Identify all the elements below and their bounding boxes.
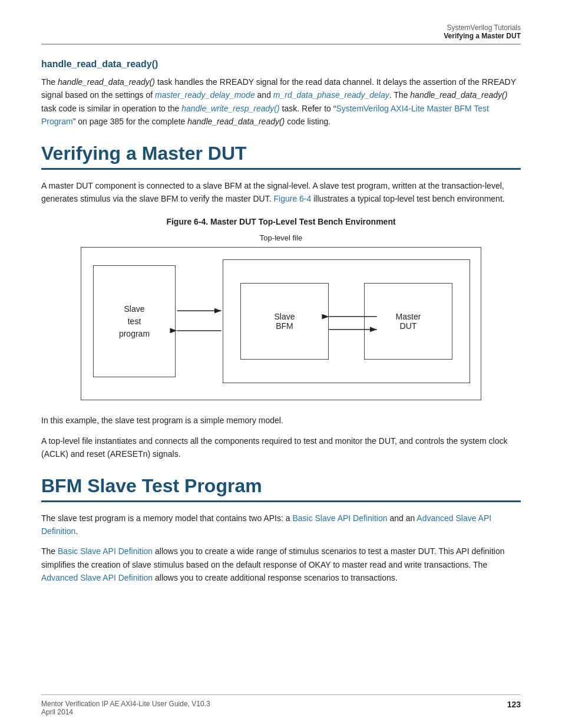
- link-m-rd[interactable]: m_rd_data_phase_ready_delay: [273, 90, 389, 100]
- slave-test-label: Slavetestprogram: [119, 303, 150, 340]
- section2-para1: A master DUT component is connected to a…: [41, 179, 521, 206]
- link-write-resp[interactable]: handle_write_resp_ready(): [181, 104, 280, 113]
- link-basic-slave-2[interactable]: Basic Slave API Definition: [58, 546, 153, 556]
- footer-line1: Mentor Verification IP AE AXI4-Lite User…: [41, 700, 210, 708]
- section2-para3: A top-level file instantiates and connec…: [41, 434, 521, 461]
- func-name-2: handle_read_data_ready(): [410, 90, 507, 100]
- link-figure-6-4[interactable]: Figure 6-4: [273, 194, 311, 203]
- section3: BFM Slave Test Program The slave test pr…: [41, 475, 521, 585]
- section2-heading: Verifying a Master DUT: [41, 143, 521, 170]
- header-line1: SystemVerilog Tutorials: [447, 24, 521, 32]
- link-basic-slave-1[interactable]: Basic Slave API Definition: [292, 513, 387, 523]
- section3-heading: BFM Slave Test Program: [41, 475, 521, 502]
- master-dut-label: MasterDUT: [396, 312, 421, 331]
- footer-page-number: 123: [507, 700, 521, 716]
- diagram: Slavetestprogram SlaveBFM MasterDUT: [81, 247, 481, 400]
- footer-left: Mentor Verification IP AE AXI4-Lite User…: [41, 700, 210, 716]
- header-line2: Verifying a Master DUT: [444, 32, 521, 40]
- header-bar: SystemVerilog Tutorials Verifying a Mast…: [41, 24, 521, 45]
- slave-bfm-box: SlaveBFM: [240, 283, 329, 360]
- figure-caption: Figure 6-4. Master DUT Top-Level Test Be…: [41, 217, 521, 226]
- footer-line2: April 2014: [41, 708, 73, 716]
- inner-box: SlaveBFM MasterDUT: [223, 259, 470, 383]
- section1-para1: The handle_read_data_ready() task handle…: [41, 75, 521, 129]
- link-advanced-slave-1[interactable]: Advanced Slave API Definition: [41, 513, 491, 536]
- section2: Verifying a Master DUT A master DUT comp…: [41, 143, 521, 461]
- section1-heading: handle_read_data_ready(): [41, 59, 521, 70]
- func-name-3: handle_read_data_ready(): [187, 117, 285, 126]
- slave-bfm-label: SlaveBFM: [274, 312, 295, 331]
- section3-para1: The slave test program is a memory model…: [41, 512, 521, 538]
- figure-top-label: Top-level file: [41, 233, 521, 242]
- figure-container: Figure 6-4. Master DUT Top-Level Test Be…: [41, 217, 521, 402]
- section3-para2: The Basic Slave API Definition allows yo…: [41, 545, 521, 584]
- footer: Mentor Verification IP AE AXI4-Lite User…: [41, 694, 521, 716]
- link-advanced-slave-2[interactable]: Advanced Slave API Definition: [41, 573, 153, 582]
- page: SystemVerilog Tutorials Verifying a Mast…: [0, 0, 562, 728]
- func-name-1: handle_read_data_ready(): [58, 77, 155, 87]
- master-dut-box: MasterDUT: [364, 283, 452, 360]
- section2-para2: In this example, the slave test program …: [41, 414, 521, 427]
- slave-test-box: Slavetestprogram: [93, 265, 176, 377]
- link-master-ready[interactable]: master_ready_delay_mode: [155, 90, 255, 100]
- section1: handle_read_data_ready() The handle_read…: [41, 59, 521, 129]
